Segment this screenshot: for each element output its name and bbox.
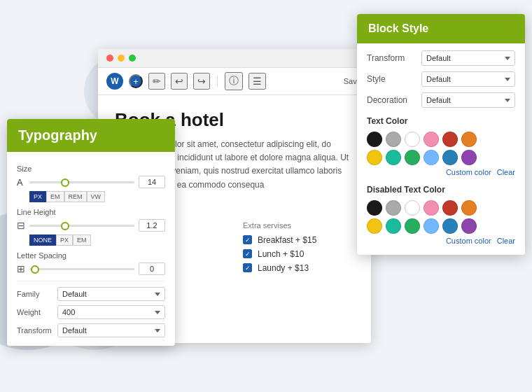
letter-spacing-label: Letter Spacing — [17, 251, 165, 260]
line-height-unit-buttons: NONE PX EM — [29, 234, 165, 246]
list-item: ✓ Breakfast + $15 — [243, 235, 354, 245]
traffic-light-green[interactable] — [129, 55, 136, 62]
redo-button[interactable]: ↪ — [193, 73, 210, 90]
text-color-custom-link[interactable]: Custom color — [446, 168, 491, 176]
disabled-text-color-section-title: Disabled Text Color — [367, 185, 515, 195]
family-select[interactable]: Default — [57, 287, 165, 301]
list-item: ✓ Laundy + $13 — [243, 263, 354, 273]
toolbar-separator-1 — [217, 76, 218, 87]
color-swatch-yellow[interactable] — [367, 150, 382, 165]
disabled-color-swatch-green[interactable] — [405, 218, 420, 234]
size-unit-rem[interactable]: REM — [64, 191, 87, 202]
family-label: Family — [17, 290, 52, 298]
wordpress-logo: W — [106, 73, 123, 90]
bs-decoration-select[interactable]: Default — [421, 92, 515, 108]
line-height-label: Line Height — [17, 208, 165, 216]
bs-transform-select[interactable]: Default — [421, 50, 515, 66]
transform-select[interactable]: Default — [57, 323, 165, 337]
color-swatch-teal[interactable] — [386, 150, 401, 165]
color-swatch-orange[interactable] — [461, 132, 477, 147]
color-swatch-gray[interactable] — [386, 132, 401, 147]
size-slider-thumb[interactable] — [61, 178, 69, 187]
traffic-light-yellow[interactable] — [118, 55, 125, 62]
disabled-color-swatch-teal[interactable] — [386, 218, 401, 234]
bs-style-select[interactable]: Default — [421, 71, 515, 87]
line-height-slider-track[interactable] — [29, 225, 134, 227]
traffic-light-red[interactable] — [106, 55, 113, 62]
letter-spacing-value-input[interactable] — [139, 262, 165, 275]
col2-header: Extra servises — [243, 221, 354, 230]
services-col-2: Extra servises ✓ Breakfast + $15 ✓ Lunch… — [243, 221, 354, 277]
text-color-clear-link[interactable]: Clear — [497, 168, 515, 176]
info-button[interactable]: ⓘ — [225, 72, 243, 90]
letter-spacing-slider-track[interactable] — [29, 268, 134, 270]
color-swatch-black[interactable] — [367, 132, 382, 147]
color-swatch-purple[interactable] — [461, 150, 477, 165]
line-height-row: ⊟ — [17, 219, 165, 232]
disabled-color-swatch-pink[interactable] — [424, 200, 439, 216]
size-unit-vw[interactable]: VW — [87, 191, 106, 202]
pen-tool-button[interactable]: ✏ — [148, 73, 165, 90]
disabled-color-custom-link[interactable]: Custom color — [446, 237, 491, 245]
disabled-color-grid-row2 — [367, 218, 515, 234]
line-height-value-input[interactable] — [139, 219, 165, 232]
line-height-icon: ⊟ — [17, 220, 25, 231]
color-swatch-lightblue[interactable] — [424, 150, 439, 165]
lunch-label: Lunch + $10 — [258, 249, 304, 259]
size-slider-track[interactable] — [29, 181, 134, 183]
disabled-color-swatch-gray[interactable] — [386, 200, 401, 216]
block-style-body: Transform Default Style Default Decorati… — [357, 43, 525, 255]
editor-toolbar: W + ✏ ↩ ↪ ⓘ ☰ Sav... — [98, 68, 371, 95]
undo-button[interactable]: ↩ — [171, 73, 188, 90]
add-block-button[interactable]: + — [129, 74, 143, 88]
line-height-unit-px[interactable]: PX — [56, 234, 73, 246]
disabled-color-swatch-white[interactable] — [405, 200, 420, 216]
checkbox-laundy[interactable]: ✓ — [243, 263, 252, 272]
size-unit-buttons: PX EM REM VW — [29, 191, 165, 202]
weight-row: Weight 400 — [17, 305, 165, 319]
bs-transform-label: Transform — [367, 53, 416, 63]
disabled-color-swatch-lightblue[interactable] — [424, 218, 439, 234]
letter-spacing-slider-thumb[interactable] — [31, 265, 39, 274]
color-swatch-blue[interactable] — [442, 150, 458, 165]
family-row: Family Default — [17, 287, 165, 301]
disabled-color-swatch-black[interactable] — [367, 200, 382, 216]
block-style-panel: Block Style Transform Default Style Defa… — [357, 14, 525, 255]
disabled-color-swatch-purple[interactable] — [461, 218, 477, 234]
color-swatch-green[interactable] — [405, 150, 420, 165]
disabled-color-swatch-orange[interactable] — [461, 200, 477, 216]
bs-style-label: Style — [367, 74, 416, 84]
disabled-color-grid-row1 — [367, 200, 515, 216]
size-row: A — [17, 176, 165, 188]
line-height-slider-thumb[interactable] — [61, 222, 69, 230]
line-height-unit-none[interactable]: NONE — [29, 234, 56, 246]
bs-decoration-label: Decoration — [367, 95, 416, 105]
disabled-color-swatch-blue[interactable] — [442, 218, 458, 234]
list-button[interactable]: ☰ — [248, 73, 266, 90]
size-value-input[interactable] — [139, 176, 165, 188]
size-letter-a: A — [17, 177, 25, 188]
weight-label: Weight — [17, 308, 52, 316]
checkbox-lunch[interactable]: ✓ — [243, 249, 252, 258]
block-style-header: Block Style — [357, 14, 525, 43]
color-swatch-white[interactable] — [405, 132, 420, 147]
color-swatch-pink[interactable] — [424, 132, 439, 147]
bs-decoration-row: Decoration Default — [367, 92, 515, 108]
disabled-color-clear-link[interactable]: Clear — [497, 237, 515, 245]
letter-spacing-icon: ⊞ — [17, 263, 25, 274]
size-unit-px[interactable]: PX — [29, 191, 46, 202]
line-height-unit-em[interactable]: EM — [73, 234, 91, 246]
text-color-grid-row1 — [367, 132, 515, 147]
letter-spacing-row: ⊞ — [17, 262, 165, 275]
weight-select[interactable]: 400 — [57, 305, 165, 319]
disabled-color-swatch-yellow[interactable] — [367, 218, 382, 234]
bs-style-row: Style Default — [367, 71, 515, 87]
text-color-grid-row2 — [367, 150, 515, 165]
laundy-label: Laundy + $13 — [258, 263, 309, 273]
color-swatch-red[interactable] — [442, 132, 458, 147]
checkbox-breakfast[interactable]: ✓ — [243, 235, 252, 244]
disabled-color-swatch-red[interactable] — [442, 200, 458, 216]
size-unit-em[interactable]: EM — [46, 191, 64, 202]
typography-panel-body: Size A PX EM REM VW Line Height ⊟ NONE P… — [7, 152, 175, 346]
transform-label: Transform — [17, 326, 52, 335]
